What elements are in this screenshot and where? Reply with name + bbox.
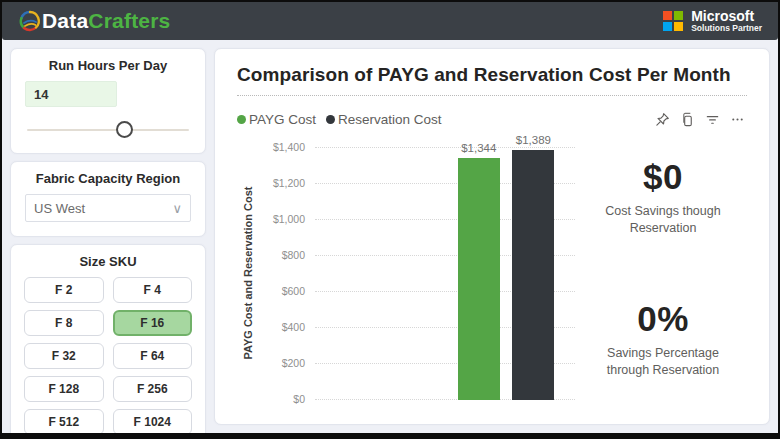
bar-payg-cost[interactable]: [458, 158, 500, 400]
y-tick-label: $800: [257, 249, 305, 261]
slider-track[interactable]: [27, 129, 189, 131]
sku-card: Size SKU F 2F 4F 8F 16F 32F 64F 128F 256…: [10, 244, 206, 439]
sku-title: Size SKU: [23, 254, 193, 269]
chevron-down-icon: ∨: [172, 201, 182, 216]
legend-item-payg-cost[interactable]: PAYG Cost: [237, 112, 316, 127]
visual-toolbar: [655, 112, 747, 127]
cost-comparison-visual: Comparison of PAYG and Reservation Cost …: [214, 48, 770, 425]
legend-label: Reservation Cost: [338, 112, 442, 127]
partner-name: Microsoft: [691, 9, 762, 24]
run-hours-title: Run Hours Per Day: [23, 58, 193, 73]
bar-chart-plot: $0$200$400$600$800$1,000$1,200$1,400$1,3…: [257, 131, 579, 414]
region-title: Fabric Capacity Region: [23, 171, 193, 186]
kpi-label: Savings Percentage through Reservation: [579, 345, 747, 379]
microsoft-logo-icon: [663, 11, 683, 31]
pin-icon[interactable]: [655, 112, 670, 127]
app-window: DataCrafters Microsoft Solutions Partner…: [0, 0, 780, 439]
chart-title: Comparison of PAYG and Reservation Cost …: [237, 64, 747, 86]
filter-icon[interactable]: [705, 112, 720, 127]
y-tick-label: $200: [257, 357, 305, 369]
kpi-value: 0%: [579, 299, 747, 339]
sku-button-f64[interactable]: F 64: [113, 343, 193, 369]
run-hours-slider[interactable]: [27, 119, 189, 141]
sku-button-f128[interactable]: F 128: [24, 376, 104, 402]
y-tick-label: $1,400: [257, 141, 305, 153]
kpi-column: $0Cost Savings though Reservation0%Savin…: [579, 131, 747, 414]
top-header-bar: DataCrafters Microsoft Solutions Partner: [2, 2, 778, 40]
bar-reservation-cost[interactable]: [512, 150, 554, 400]
copy-icon[interactable]: [680, 112, 695, 127]
sku-button-f8[interactable]: F 8: [24, 310, 104, 336]
kpi-value: $0: [579, 157, 747, 197]
sku-button-f4[interactable]: F 4: [113, 277, 193, 303]
page-content: Run Hours Per Day Fabric Capacity Region…: [2, 40, 778, 433]
sku-button-f256[interactable]: F 256: [113, 376, 193, 402]
sku-button-grid: F 2F 4F 8F 16F 32F 64F 128F 256F 512F 10…: [23, 277, 193, 439]
sku-button-f1024[interactable]: F 1024: [113, 409, 193, 435]
y-axis-title: PAYG Cost and Reservation Cost: [237, 131, 257, 414]
legend: PAYG CostReservation Cost: [237, 112, 442, 127]
title-divider: [237, 95, 747, 96]
partner-subtitle: Solutions Partner: [691, 24, 762, 33]
datacrafters-swirl-icon: [18, 9, 42, 33]
brand-name: DataCrafters: [42, 9, 170, 33]
microsoft-partner-badge: Microsoft Solutions Partner: [663, 9, 766, 33]
legend-dot-icon: [326, 115, 335, 124]
sku-button-f2[interactable]: F 2: [24, 277, 104, 303]
y-tick-label: $400: [257, 321, 305, 333]
brand-logo: DataCrafters: [18, 9, 170, 33]
kpi-card-0: $0Cost Savings though Reservation: [579, 157, 747, 237]
region-selected-value: US West: [34, 201, 85, 216]
kpi-card-1: 0%Savings Percentage through Reservation: [579, 299, 747, 379]
legend-dot-icon: [237, 115, 246, 124]
sku-button-f32[interactable]: F 32: [24, 343, 104, 369]
slider-handle[interactable]: [116, 121, 133, 138]
region-card: Fabric Capacity Region US West ∨: [10, 161, 206, 237]
y-tick-label: $1,000: [257, 213, 305, 225]
more-options-icon[interactable]: [730, 112, 745, 127]
kpi-label: Cost Savings though Reservation: [579, 203, 747, 237]
y-tick-label: $0: [257, 393, 305, 405]
y-tick-label: $600: [257, 285, 305, 297]
run-hours-input[interactable]: [25, 81, 117, 107]
bar-data-label: $1,389: [498, 134, 568, 146]
legend-label: PAYG Cost: [249, 112, 316, 127]
filter-sidebar: Run Hours Per Day Fabric Capacity Region…: [10, 48, 206, 425]
y-tick-label: $1,200: [257, 177, 305, 189]
sku-button-f512[interactable]: F 512: [24, 409, 104, 435]
legend-item-reservation-cost[interactable]: Reservation Cost: [326, 112, 442, 127]
sku-button-f16[interactable]: F 16: [113, 310, 193, 336]
region-dropdown[interactable]: US West ∨: [25, 194, 191, 222]
chart-region: PAYG Cost and Reservation Cost $0$200$40…: [237, 131, 747, 414]
run-hours-card: Run Hours Per Day: [10, 48, 206, 154]
